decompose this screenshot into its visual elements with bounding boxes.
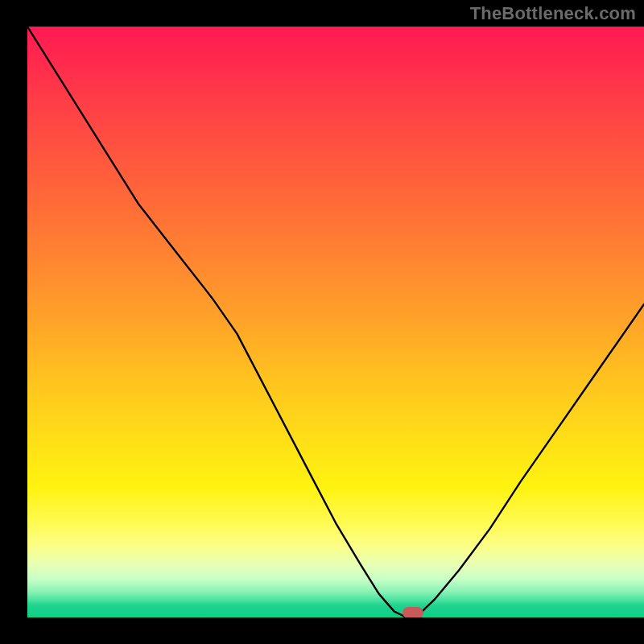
bottleneck-curve — [27, 27, 644, 617]
optimal-marker-icon — [402, 607, 423, 617]
watermark-text: TheBottleneck.com — [470, 3, 636, 24]
chart-frame: TheBottleneck.com — [0, 0, 644, 644]
plot-area — [27, 27, 644, 617]
